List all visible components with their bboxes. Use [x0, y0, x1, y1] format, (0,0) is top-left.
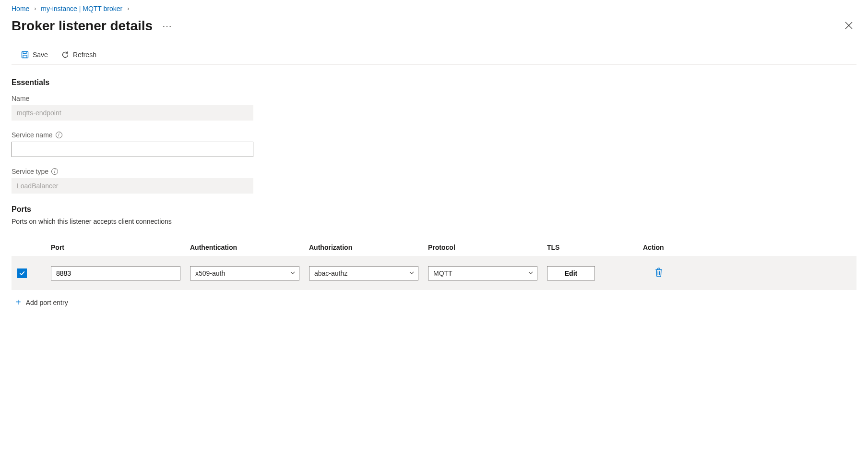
page-title: Broker listener details — [12, 18, 153, 34]
save-label: Save — [33, 51, 48, 59]
name-field: Name — [12, 95, 253, 121]
svg-rect-1 — [23, 52, 26, 54]
save-icon — [21, 51, 29, 59]
authentication-value: x509-auth — [195, 269, 225, 277]
name-label: Name — [12, 95, 253, 102]
ports-table: Port Authentication Authorization Protoc… — [12, 239, 856, 290]
chevron-right-icon: › — [127, 5, 129, 12]
service-type-label-text: Service type — [12, 168, 48, 175]
row-checkbox[interactable] — [17, 268, 27, 278]
close-button[interactable] — [841, 19, 856, 34]
ports-table-header: Port Authentication Authorization Protoc… — [12, 239, 856, 256]
svg-rect-2 — [23, 55, 27, 58]
ports-description: Ports on which this listener accepts cli… — [12, 218, 856, 225]
name-label-text: Name — [12, 95, 29, 102]
protocol-select[interactable]: MQTT — [428, 266, 537, 280]
protocol-value: MQTT — [433, 269, 452, 277]
col-action: Action — [643, 244, 851, 251]
breadcrumb-instance[interactable]: my-instance | MQTT broker — [41, 5, 122, 12]
checkmark-icon — [19, 270, 25, 277]
refresh-label: Refresh — [73, 51, 96, 59]
refresh-button[interactable]: Refresh — [59, 49, 98, 61]
title-row: Broker listener details ⋯ — [12, 15, 856, 45]
service-type-label: Service type i — [12, 168, 253, 175]
plus-icon: + — [15, 297, 21, 308]
tls-edit-button[interactable]: Edit — [547, 266, 595, 280]
col-authorization: Authorization — [309, 244, 428, 251]
breadcrumb: Home › my-instance | MQTT broker › — [12, 0, 856, 15]
add-port-entry-button[interactable]: + Add port entry — [12, 290, 72, 315]
command-bar: Save Refresh — [12, 45, 856, 65]
refresh-icon — [61, 51, 69, 59]
service-name-field: Service name i — [12, 131, 253, 157]
table-row: x509-auth abac-authz MQTT — [12, 256, 856, 290]
delete-row-button[interactable] — [653, 266, 665, 280]
col-protocol: Protocol — [428, 244, 547, 251]
col-tls: TLS — [547, 244, 643, 251]
info-icon[interactable]: i — [51, 168, 58, 175]
name-input — [12, 105, 253, 121]
authentication-select[interactable]: x509-auth — [190, 266, 299, 280]
col-authentication: Authentication — [190, 244, 309, 251]
service-name-label: Service name i — [12, 131, 253, 139]
chevron-right-icon: › — [34, 5, 36, 12]
info-icon[interactable]: i — [56, 132, 62, 138]
port-input[interactable] — [51, 266, 180, 280]
essentials-heading: Essentials — [12, 78, 856, 87]
breadcrumb-home[interactable]: Home — [12, 5, 29, 12]
add-port-label: Add port entry — [26, 299, 68, 306]
col-port: Port — [51, 244, 190, 251]
authorization-value: abac-authz — [314, 269, 347, 277]
save-button[interactable]: Save — [19, 49, 50, 61]
close-icon — [845, 22, 853, 29]
ports-heading: Ports — [12, 205, 856, 214]
service-name-input[interactable] — [12, 142, 253, 157]
trash-icon — [654, 268, 663, 277]
service-type-field: Service type i — [12, 168, 253, 194]
more-actions-button[interactable]: ⋯ — [162, 20, 173, 32]
authorization-select[interactable]: abac-authz — [309, 266, 418, 280]
service-type-input — [12, 178, 253, 194]
service-name-label-text: Service name — [12, 131, 53, 139]
